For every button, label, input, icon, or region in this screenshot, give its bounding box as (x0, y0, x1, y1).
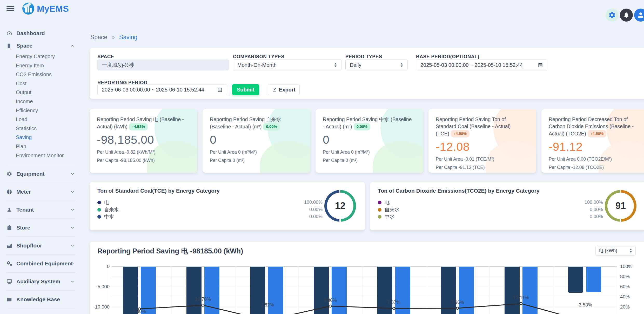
actual-bar[interactable] (395, 267, 410, 314)
sidebar-nav: DashboardSpaceEnergy CategoryEnergy Item… (6, 27, 75, 308)
submit-button[interactable]: Submit (232, 84, 259, 95)
legend-item[interactable]: 电 (378, 199, 390, 206)
stat-card-per-capita: Per Capita 0 (m³) (323, 158, 416, 163)
baseline-bar[interactable] (441, 267, 456, 314)
right-axis-tick: 60% (620, 284, 630, 290)
doughnut-center-value: 12 (327, 193, 353, 219)
baseline-bar[interactable] (186, 267, 202, 314)
period-types-select[interactable]: Daily (345, 60, 408, 70)
doughnut-chart: 91 (605, 190, 636, 222)
sidebar-subitem-co2-emissions[interactable]: CO2 Emissions (6, 70, 75, 79)
export-button[interactable]: Export (268, 84, 300, 95)
saving-chart-title: Reporting Period Saving 电 -98185.00 (kWh… (97, 246, 243, 256)
space-input[interactable]: 一度城/办公楼 (97, 60, 229, 70)
actual-bar[interactable] (459, 267, 474, 314)
hamburger-menu-icon[interactable] (6, 6, 14, 11)
percent-data-label: 7.87% (377, 300, 411, 305)
sidebar-subitem-cost[interactable]: Cost (6, 79, 75, 88)
stat-card-title: Reporting Period Saving 自来水 (Baseline - … (210, 116, 299, 130)
page: MyEMS DashboardSpaceEnergy CategoryEnerg… (0, 0, 644, 314)
select-caret-icon (400, 63, 403, 67)
pie-icon (6, 189, 12, 195)
factory-icon (6, 243, 12, 248)
comparison-types-value: Month-On-Month (237, 62, 334, 68)
stat-card-per-unit-area: Per Unit Area 0 (m³/M²) (210, 149, 303, 155)
gridline (171, 266, 172, 314)
settings-icon (608, 11, 616, 19)
doughnut-center-value: 91 (607, 193, 634, 219)
reporting-period-input[interactable]: 2025-06-03 00:00:00 ~ 2025-06-10 15:52:4… (97, 84, 227, 95)
sidebar-subitem-output[interactable]: Output (6, 88, 75, 97)
sidebar-subitem-efficiency[interactable]: Efficiency (6, 106, 75, 115)
monitor-icon (6, 279, 12, 284)
baseline-bar[interactable] (123, 267, 138, 314)
legend-percent: 100.00% (564, 200, 603, 205)
sidebar-item-shopfloor[interactable]: Shopfloor (6, 237, 75, 254)
legend-item[interactable]: 自来水 (378, 206, 399, 213)
baseline-bar[interactable] (568, 267, 583, 293)
notifications-button[interactable] (620, 9, 633, 22)
sidebar-item-dashboard[interactable]: Dashboard (6, 27, 75, 40)
actual-bar[interactable] (332, 267, 347, 314)
stat-card-badge: ↑4.58% (451, 130, 469, 138)
base-period-input[interactable]: 2025-05-03 00:00:00 ~ 2025-05-10 15:52:4… (416, 60, 547, 70)
baseline-bar[interactable] (505, 267, 520, 314)
sidebar-item-combined-equipment[interactable]: Combined Equipment (6, 254, 75, 272)
sidebar-subitem-energy-item[interactable]: Energy Item (6, 61, 75, 70)
actual-bar[interactable] (586, 267, 601, 292)
legend-item[interactable]: 中水 (378, 213, 394, 220)
sidebar-item-tenant[interactable]: Tenant (6, 201, 75, 219)
settings-button[interactable] (606, 9, 619, 22)
right-axis-tick: 40% (620, 294, 630, 300)
myems-logo-icon (22, 3, 34, 15)
sidebar-subitem-load[interactable]: Load (6, 115, 75, 124)
actual-bar[interactable] (141, 267, 156, 314)
legend-percent: 0.00% (284, 214, 323, 219)
percent-data-label: 7.96% (441, 300, 474, 305)
person-icon (6, 207, 12, 213)
reporting-period-value: 2025-06-03 00:00:00 ~ 2025-06-10 15:52:4… (102, 87, 217, 93)
energy-category-dropdown[interactable]: 电 (kWh) (595, 246, 636, 256)
sidebar-subitem-saving[interactable]: Saving (6, 133, 75, 142)
sidebar-subitem-statistics[interactable]: Statistics (6, 124, 75, 133)
actual-bar[interactable] (522, 267, 538, 314)
sidebar-subitem-plan[interactable]: Plan (6, 142, 75, 151)
legend-item[interactable]: 自来水 (97, 206, 119, 213)
sidebar-item-store[interactable]: Store (6, 219, 75, 237)
stat-card-per-unit-area: Per Unit Area 0.00 (TCO2E/M²) (549, 156, 642, 162)
legend-item[interactable]: 电 (97, 199, 109, 206)
comparison-types-select[interactable]: Month-On-Month (233, 60, 341, 70)
legend-percent: 0.00% (564, 214, 603, 219)
baseline-bar[interactable] (377, 267, 392, 314)
sidebar-item-space[interactable]: Space (6, 40, 75, 52)
stat-card-0: Reporting Period Saving 电 (Baseline - Ac… (90, 109, 197, 173)
period-types-value: Daily (350, 62, 400, 68)
chevron-down-icon (70, 207, 75, 212)
sidebar-group-list: EquipmentMeterTenantStoreShopfloorCombin… (6, 165, 75, 308)
y-axis-tick: 0 (90, 264, 110, 269)
sidebar-subitem-environment-monitor[interactable]: Environment Monitor (6, 151, 75, 160)
percent-data-label: 9.86% (313, 298, 347, 303)
stat-card-title: Reporting Period Saving Ton of Standard … (436, 116, 525, 138)
sidebar-item-equipment[interactable]: Equipment (6, 165, 75, 183)
brand[interactable]: MyEMS (22, 3, 69, 15)
donut-panel-0: Ton of Standard Coal(TCE) by Energy Cate… (90, 182, 365, 230)
legend-item[interactable]: 中水 (97, 213, 114, 220)
stat-card-3: Reporting Period Saving Ton of Standard … (428, 109, 536, 173)
sidebar-item-meter[interactable]: Meter (6, 183, 75, 201)
stat-card-badge: ↑4.58% (588, 130, 606, 138)
sidebar-subitem-income[interactable]: Income (6, 97, 75, 106)
breadcrumb-parent[interactable]: Space (90, 34, 107, 41)
user-icon (637, 11, 644, 19)
baseline-bar[interactable] (314, 267, 329, 314)
chevron-down-icon (70, 189, 75, 194)
user-avatar[interactable] (634, 9, 644, 22)
sidebar-item-auxiliary-system[interactable]: Auxiliary System (6, 272, 75, 290)
legend-dot-icon (97, 215, 101, 219)
line-marker (393, 307, 395, 310)
space-value: 一度城/办公楼 (102, 62, 224, 69)
stat-card-per-unit-area: Per Unit Area 0 (m³/M²) (323, 149, 416, 155)
sidebar-item-knowledge-base[interactable]: Knowledge Base (6, 290, 75, 308)
sidebar-subitem-energy-category[interactable]: Energy Category (6, 52, 75, 61)
actual-bar[interactable] (204, 267, 219, 314)
